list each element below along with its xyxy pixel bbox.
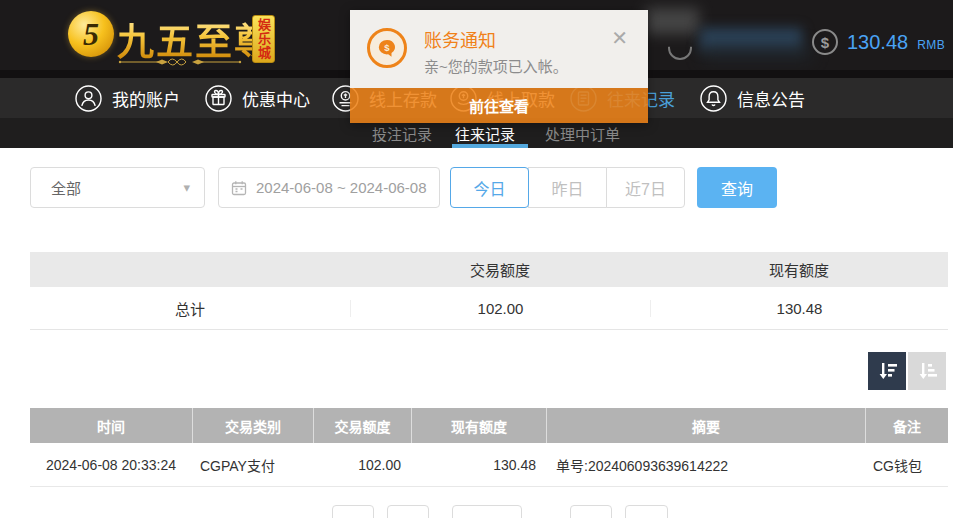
sort-ascending-button[interactable]	[908, 352, 946, 390]
date-range-value: 2024-06-08 ~ 2024-06-08	[256, 179, 427, 196]
summary-total-amount: 102.00	[350, 300, 650, 317]
cell-summary: 单号:202406093639614222	[546, 455, 865, 475]
cell-note: CG钱包	[865, 455, 948, 475]
col-header-summary: 摘要	[546, 408, 865, 443]
chevron-down-icon: ▾	[183, 180, 190, 195]
active-tab-underline	[452, 144, 528, 148]
dollar-circle-icon: $	[812, 29, 838, 55]
last7days-button[interactable]: 近7日	[606, 167, 685, 208]
today-button[interactable]: 今日	[450, 167, 529, 208]
sort-controls	[868, 352, 946, 390]
censored-user-info	[645, 8, 699, 34]
sort-ascending-icon	[915, 359, 939, 383]
records-table: 时间 交易类别 交易额度 现有额度 摘要 备注 2024-06-08 20:33…	[30, 408, 948, 487]
summary-total-label: 总计	[30, 298, 350, 319]
censored-user-detail	[702, 45, 812, 62]
balance-amount: 130.48	[847, 31, 908, 54]
table-row: 2024-06-08 20:33:24 CGPAY支付 102.00 130.4…	[30, 443, 948, 487]
nav-label: 我的账户	[112, 86, 180, 111]
bell-icon	[700, 85, 727, 112]
summary-header-row: 交易额度 现有额度	[30, 252, 948, 287]
sort-descending-icon	[875, 359, 899, 383]
summary-header-amount: 交易额度	[350, 259, 650, 280]
svg-text:$: $	[384, 42, 390, 53]
yesterday-button[interactable]: 昨日	[528, 167, 607, 208]
col-header-time: 时间	[30, 408, 192, 443]
emblem-digit: 5	[83, 16, 99, 53]
sort-descending-button[interactable]	[868, 352, 906, 390]
flourish-ornament-icon	[118, 55, 242, 69]
pagination-button[interactable]	[625, 505, 668, 518]
balance-display: $ 130.48 RMB	[812, 29, 945, 55]
summary-table: 交易额度 现有额度 总计 102.00 130.48	[30, 252, 948, 330]
nav-item-my-account[interactable]: 我的账户	[75, 78, 180, 118]
col-header-balance: 现有额度	[411, 408, 546, 443]
col-header-amount: 交易额度	[313, 408, 411, 443]
nav-label: 信息公告	[737, 86, 805, 111]
go-view-button[interactable]: 前往查看	[350, 88, 648, 123]
cell-type: CGPAY支付	[192, 455, 313, 475]
brand-emblem-icon: 5	[68, 11, 114, 57]
gift-icon	[205, 85, 232, 112]
avatar	[668, 36, 692, 60]
pagination-button[interactable]	[570, 505, 612, 518]
pagination-button[interactable]	[332, 505, 374, 518]
notification-body: $ 账务通知 亲~您的款项已入帐。 ✕	[350, 10, 648, 88]
notification-message: 亲~您的款项已入帐。	[424, 55, 568, 76]
col-header-note: 备注	[865, 408, 948, 443]
date-range-input[interactable]: 2024-06-08 ~ 2024-06-08	[218, 167, 440, 208]
notification-title: 账务通知	[424, 26, 496, 52]
pagination-current-page[interactable]	[452, 505, 522, 518]
cell-balance: 130.48	[411, 457, 546, 473]
records-header-row: 时间 交易类别 交易额度 现有额度 摘要 备注	[30, 408, 948, 443]
nav-item-promotions[interactable]: 优惠中心	[205, 78, 310, 118]
summary-header-balance: 现有额度	[650, 259, 948, 280]
page: 5 九五至尊 娱乐城 $ 130.48 RMB	[0, 0, 953, 518]
cell-amount: 102.00	[313, 457, 411, 473]
user-icon	[75, 85, 102, 112]
calendar-icon	[231, 180, 247, 196]
pagination-button[interactable]	[387, 505, 429, 518]
cell-time: 2024-06-08 20:33:24	[30, 457, 192, 473]
nav-label: 优惠中心	[242, 86, 310, 111]
category-select[interactable]: 全部 ▾	[30, 167, 205, 208]
quick-date-buttons: 今日 昨日 近7日	[450, 167, 685, 208]
category-select-value: 全部	[51, 177, 81, 198]
balance-currency: RMB	[917, 38, 945, 52]
notification-popup: $ 账务通知 亲~您的款项已入帐。 ✕ 前往查看	[350, 10, 648, 123]
summary-total-balance: 130.48	[650, 300, 948, 317]
search-button[interactable]: 查询	[697, 167, 777, 208]
close-icon[interactable]: ✕	[611, 28, 628, 48]
money-message-icon: $	[367, 28, 407, 68]
brand-badge: 娱乐城	[252, 15, 275, 63]
col-header-type: 交易类别	[192, 408, 313, 443]
summary-total-row: 总计 102.00 130.48	[30, 287, 948, 330]
nav-item-announcements[interactable]: 信息公告	[700, 78, 805, 118]
